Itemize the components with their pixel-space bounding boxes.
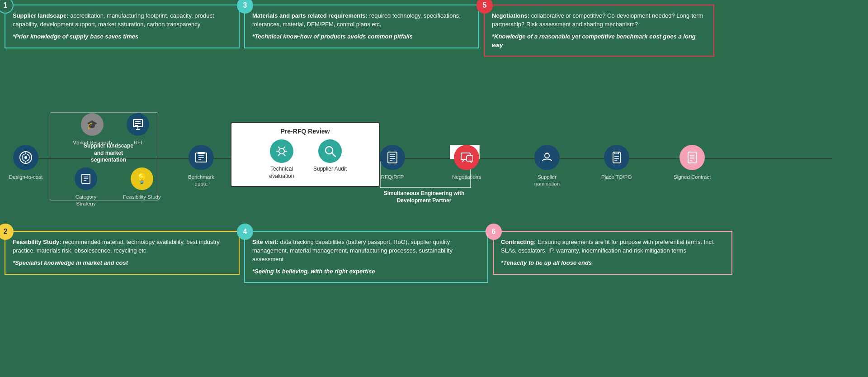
flow-area: Design-to-cost 🎓 Market Research RFI Sup…: [0, 100, 868, 226]
number-6: 6: [486, 224, 502, 240]
supplier-nomination-label: Supplier nomination: [527, 174, 567, 187]
info-box-2: 2 Feasibility Study: recommended materia…: [5, 231, 240, 275]
tech-eval-item: Technical evaluation: [264, 139, 300, 180]
box2-italic: *Specialist knowledge in market and cost: [13, 259, 231, 267]
tech-eval-icon: [270, 139, 293, 163]
place-topo-label: Place TO/PO: [601, 174, 632, 181]
feasibility-study-label: Feasibility Study: [123, 194, 161, 200]
negotiations-label: Negotiations: [452, 174, 481, 181]
negotiations-icon: [454, 145, 479, 170]
number-3: 3: [237, 0, 253, 14]
box2-text: Feasibility Study: recommended material,…: [13, 238, 231, 255]
category-strategy-label: Category Strategy: [66, 194, 106, 207]
box1-text: Supplier landscape: accreditation, manuf…: [13, 12, 231, 29]
market-research-icon: 🎓: [81, 113, 104, 136]
node-category-strategy: Category Strategy: [66, 167, 106, 207]
box4-text: Site visit: data tracking capabilities (…: [252, 238, 480, 264]
info-box-6: 6 Contracting: Ensuring agreements are f…: [493, 231, 732, 275]
rfi-icon: [127, 113, 149, 136]
box6-text: Contracting: Ensuring agreements are fit…: [501, 238, 724, 255]
svg-rect-19: [198, 152, 205, 154]
number-5: 5: [476, 0, 493, 14]
prerfq-title: Pre-RFQ Review: [241, 128, 370, 135]
box3-italic: *Technical know-how of products avoids c…: [252, 33, 471, 41]
box3-text: Materials and parts related requirements…: [252, 12, 471, 29]
node-supplier-landscape: Supplier landscape and market segmentati…: [79, 143, 138, 164]
sim-eng-bracket-bottom: [380, 187, 471, 188]
supplier-audit-item: Supplier Audit: [313, 139, 347, 173]
supplier-audit-label: Supplier Audit: [313, 166, 347, 173]
info-box-5: 5 Negotiations: collaborative or competi…: [484, 5, 714, 57]
svg-rect-35: [688, 152, 696, 163]
number-1: 1: [0, 0, 14, 14]
place-topo-icon: [604, 145, 629, 170]
benchmark-quote-icon: [189, 145, 214, 170]
number-4: 4: [237, 224, 253, 240]
box5-italic: *Knowledge of a reasonable yet competiti…: [492, 33, 706, 50]
signed-contract-label: Signed Contract: [674, 174, 711, 181]
rfq-rfp-icon: [380, 145, 405, 170]
supplier-nomination-icon: [534, 145, 560, 170]
svg-point-2: [24, 156, 27, 159]
svg-point-20: [279, 148, 284, 154]
svg-rect-23: [388, 152, 397, 163]
feasibility-study-icon: 💡: [131, 167, 153, 190]
prerfq-box: Pre-RFQ Review Technical evaluation: [231, 122, 380, 187]
box4-italic: *Seeing is believing, with the right exp…: [252, 267, 480, 276]
number-2: 2: [0, 224, 14, 240]
rfq-rfp-label: RFQ/RFP: [381, 174, 404, 181]
node-supplier-nomination: Supplier nomination: [527, 145, 567, 187]
box5-text: Negotiations: collaborative or competiti…: [492, 12, 706, 29]
box1-italic: *Prior knowledge of supply base saves ti…: [13, 33, 231, 41]
node-negotiations: Negotiations: [452, 145, 481, 181]
signed-contract-icon: [679, 145, 705, 170]
sim-eng-bracket-left: [380, 161, 381, 188]
box6-italic: *Tenacity to tie up all loose ends: [501, 259, 724, 267]
sim-eng-label: Simultaneous Engineering with Developmen…: [379, 190, 469, 204]
design-to-cost-label: Design-to-cost: [9, 174, 42, 181]
info-box-4: 4 Site visit: data tracking capabilities…: [244, 231, 488, 283]
node-market-research: 🎓 Market Research: [72, 113, 112, 146]
benchmark-quote-label: Benchmark quote: [181, 174, 222, 187]
info-box-1: 1 Supplier landscape: accreditation, man…: [5, 5, 240, 48]
node-feasibility-study: 💡 Feasibility Study: [123, 167, 161, 200]
category-strategy-icon: [75, 167, 97, 190]
svg-rect-29: [467, 156, 473, 161]
supplier-audit-icon: [318, 139, 342, 163]
node-benchmark-quote: Benchmark quote: [181, 145, 222, 187]
supplier-landscape-label: Supplier landscape and market segmentati…: [79, 143, 138, 164]
node-signed-contract: Signed Contract: [674, 145, 711, 181]
node-rfi: RFI: [127, 113, 149, 146]
info-box-3: 3 Materials and parts related requiremen…: [244, 5, 479, 48]
node-place-topo: Place TO/PO: [601, 145, 632, 181]
tech-eval-label: Technical evaluation: [264, 166, 300, 180]
node-design-to-cost: Design-to-cost: [9, 145, 42, 181]
node-rfq-rfp: RFQ/RFP: [380, 145, 405, 181]
design-to-cost-icon: [13, 145, 38, 170]
svg-line-22: [332, 153, 335, 157]
prerfq-inner: Technical evaluation Supplier Audit: [241, 139, 370, 180]
